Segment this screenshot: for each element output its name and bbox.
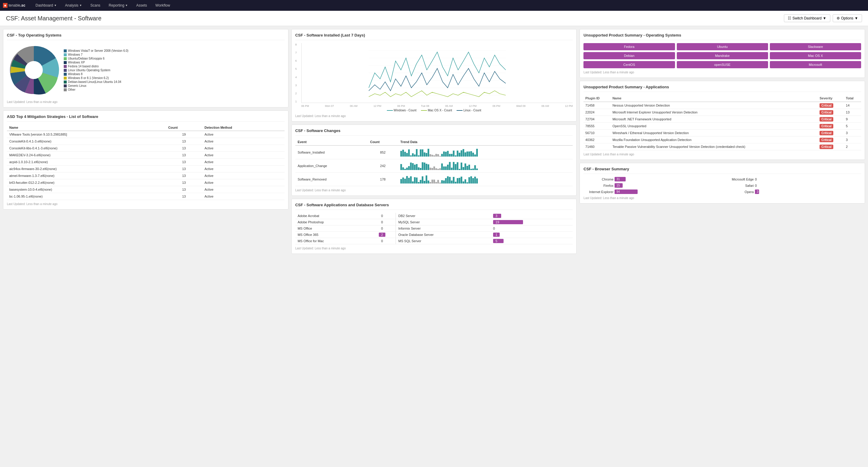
legend-color <box>64 65 67 68</box>
asd-col-name: Name <box>7 124 166 131</box>
software-apps-last-updated: Last Updated: Less than a minute ago <box>295 247 573 250</box>
macos-legend: Mac OS X - Count <box>421 109 452 112</box>
legend-item: Generic Linux <box>64 84 128 87</box>
left-app-name: MS Office <box>295 226 369 232</box>
macos-legend-label: Mac OS X - Count <box>428 109 452 112</box>
svg-point-1 <box>25 61 43 79</box>
os-button[interactable]: Slackware <box>770 43 861 50</box>
os-button[interactable]: Mac OS X <box>770 52 861 59</box>
svg-rect-83 <box>466 166 468 170</box>
svg-rect-75 <box>451 168 453 170</box>
asd-col-method: Detection Method <box>202 124 284 131</box>
table-row: 22024 Microsoft Internet Explorer Unsupp… <box>584 109 861 116</box>
os-buttons: FedoraUbuntuSlackwareDebianMandrakeMac O… <box>584 43 861 68</box>
svg-rect-68 <box>437 169 439 170</box>
svg-rect-50 <box>402 167 404 170</box>
os-button[interactable]: Microsoft <box>770 61 861 68</box>
plugin-name: Mozilla Foundation Unsupported Applicati… <box>611 137 818 143</box>
os-button[interactable]: openSUSE <box>677 61 768 68</box>
plugin-id-col: Plugin ID <box>584 95 611 102</box>
table-row: Software_Installed 852 <box>295 145 573 159</box>
table-row: 56710 Wireshark / Ethereal Unsupported V… <box>584 129 861 137</box>
options-button[interactable]: ⚙ Options ▼ <box>833 14 862 22</box>
browser-row: Safari 0 <box>724 183 861 188</box>
table-row: MS Office 0 Informix Server 0 <box>295 226 573 232</box>
os-button[interactable]: Mandrake <box>677 52 768 59</box>
table-row: acpid-1.0.10-2.1.el6(none)13Active <box>7 159 284 166</box>
legend-label: Windows XP <box>68 61 85 64</box>
x-axis-labels: 06 PM Mon 07 06 AM 12 PM 06 PM Tue 08 06… <box>301 105 573 108</box>
legend-label: Generic Linux <box>68 84 87 87</box>
severity: Critical <box>818 123 844 129</box>
nav-scans[interactable]: Scans <box>86 0 104 11</box>
logo-text: tenable <box>9 3 20 7</box>
nav-assets[interactable]: Assets <box>132 0 151 11</box>
nav-menu: Dashboard ▼ Analysis ▼ Scans Reporting ▼… <box>31 0 175 11</box>
svg-rect-51 <box>404 169 406 170</box>
left-app-name: MS Office 365 <box>295 232 369 238</box>
unsupported-apps-last-updated: Last Updated: Less than a minute ago <box>584 153 861 156</box>
trend-chart <box>400 148 478 156</box>
nav-dashboard[interactable]: Dashboard ▼ <box>31 0 61 11</box>
nav-workflow[interactable]: Workflow <box>151 0 174 11</box>
table-row: MS Office for Mac 0 MS SQL Server 5 <box>295 238 573 244</box>
unsupported-apps-title: Unsupported Product Summary - Applicatio… <box>584 85 861 92</box>
table-row: 72704 Microsoft .NET Framework Unsupport… <box>584 116 861 123</box>
legend-label: Other <box>68 88 75 91</box>
severity: Critical <box>818 137 844 143</box>
legend-item: Windows 8 or 8.1 (Version 6.2) <box>64 76 128 80</box>
os-button[interactable]: Ubuntu <box>677 43 768 50</box>
browser-name: Internet Explorer <box>584 190 613 194</box>
svg-rect-80 <box>461 163 463 170</box>
svg-rect-108 <box>437 180 439 183</box>
options-label: Options <box>841 16 853 20</box>
svg-rect-92 <box>406 176 408 183</box>
svg-rect-32 <box>445 152 447 156</box>
os-button[interactable]: Fedora <box>584 43 675 50</box>
svg-rect-122 <box>465 179 466 183</box>
os-button[interactable]: Debian <box>584 52 675 59</box>
svg-rect-74 <box>449 162 451 170</box>
svg-rect-29 <box>439 156 441 156</box>
table-row: Application_Change 242 <box>295 159 573 173</box>
trend-chart <box>400 161 478 170</box>
chart-legend: Windows - Count Mac OS X - Count Linux -… <box>295 109 573 112</box>
svg-rect-30 <box>441 154 443 156</box>
os-button[interactable]: CentOS <box>584 61 675 68</box>
row-count: 13 <box>166 172 202 179</box>
brand[interactable]: ■ tenable.sc <box>3 3 25 8</box>
row-name: atmel-firmware-1.3-7.el6(none) <box>7 172 166 179</box>
legend-item: Other <box>64 88 128 91</box>
analysis-arrow: ▼ <box>79 4 82 7</box>
legend-label: Windows Vista/7 or Server 2008 (Version … <box>68 49 128 52</box>
row-name: b43-fwcutter-012-2.2.el6(none) <box>7 179 166 186</box>
svg-rect-16 <box>414 154 416 156</box>
left-app-val: 0 <box>369 213 396 219</box>
trend-chart <box>400 175 478 183</box>
plugin-id: 71458 <box>584 102 611 109</box>
svg-rect-99 <box>420 180 422 183</box>
svg-rect-95 <box>412 181 414 183</box>
right-app-val: 5 <box>491 238 573 244</box>
nav-analysis[interactable]: Analysis ▼ <box>61 0 86 11</box>
left-app-name: MS Office for Mac <box>295 238 369 244</box>
svg-rect-88 <box>476 169 478 170</box>
software-apps-title: CSF - Software Applications and Database… <box>295 203 573 210</box>
legend-label: Ubuntu/Debian 5/Knoppix 6 <box>68 57 104 60</box>
software-installed-last-updated: Last Updated: Less than a minute ago <box>295 114 573 118</box>
nav-reporting[interactable]: Reporting ▼ <box>104 0 132 11</box>
svg-rect-56 <box>414 165 416 170</box>
svg-rect-55 <box>412 163 414 170</box>
macos-legend-color <box>421 110 427 111</box>
svg-rect-18 <box>418 155 420 156</box>
right-app-name: Informix Server <box>396 226 491 232</box>
legend-color <box>64 49 67 52</box>
switch-arrow: ▼ <box>823 16 827 20</box>
switch-dashboard-button[interactable]: ☷ Switch Dashboard ▼ <box>784 14 830 22</box>
right-app-name: MySQL Server <box>396 219 491 226</box>
table-row: ConsoleKit-0.4.1-3.el6(none)13Active <box>7 138 284 145</box>
svg-rect-125 <box>470 176 472 183</box>
linux-legend: Linux - Count <box>457 109 481 112</box>
changes-count-col: Count <box>368 139 398 145</box>
svg-rect-117 <box>455 182 457 183</box>
